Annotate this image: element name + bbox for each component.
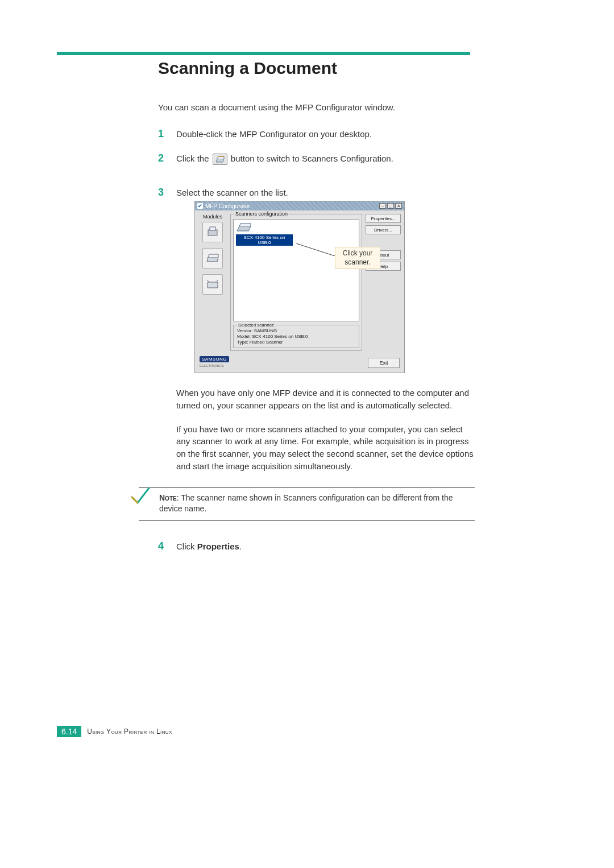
step-number: 1 <box>158 128 164 140</box>
maximize-button[interactable]: □ <box>387 203 394 209</box>
steps-list: 1 Double-click the MFP Configurator on y… <box>158 129 476 473</box>
svg-rect-1 <box>210 227 215 230</box>
modules-label: Modules <box>203 214 222 220</box>
scanner-thumbnail-icon <box>236 222 252 233</box>
step-2: 2 Click the button to switch to Scanners… <box>158 154 476 165</box>
scanner-list[interactable]: SCX-4100 Series on USB:0 Click your scan… <box>233 219 359 321</box>
note-label: Note <box>159 493 177 502</box>
minimize-button[interactable]: – <box>379 203 386 209</box>
scanner-switch-icon <box>213 154 227 165</box>
mfp-body: Modules Scanners c <box>195 210 404 354</box>
svg-line-2 <box>207 280 209 282</box>
step-text-after: . <box>239 542 242 551</box>
step-text: Double-click the MFP Configurator on you… <box>176 129 372 139</box>
step-4: 4 Click Properties. <box>158 542 476 551</box>
top-rule <box>57 52 470 55</box>
modules-column: Modules <box>198 214 227 351</box>
step-number: 4 <box>158 540 164 552</box>
footer-text: Using Your Printer in Linux <box>87 728 172 735</box>
titlebar-controls: – □ ✕ <box>379 203 402 209</box>
mfp-window: ✔ MFP Configurator – □ ✕ Modules <box>194 201 405 373</box>
scanner-item[interactable]: SCX-4100 Series on USB:0 <box>236 222 356 246</box>
callout-connector <box>296 243 335 256</box>
note-text: : The scanner name shown in Scanners con… <box>159 493 453 514</box>
scanners-panel-label: Scanners configuration <box>234 211 289 217</box>
app-icon: ✔ <box>197 203 203 209</box>
module-scanners-icon[interactable] <box>202 248 223 268</box>
properties-button[interactable]: Properties... <box>366 214 401 223</box>
mfp-footer: SAMSUNG ELECTRONICS Exit <box>195 354 404 373</box>
page-heading: Scanning a Document <box>158 59 337 78</box>
step-text-before: Click the <box>176 154 211 163</box>
content-area: You can scan a document using the MFP Co… <box>158 102 476 566</box>
step-text-after: button to switch to Scanners Configurati… <box>231 154 393 163</box>
step-number: 2 <box>158 152 164 164</box>
brand-badge: SAMSUNG <box>200 356 229 362</box>
selected-scanner-title: Selected scanner: <box>237 323 276 328</box>
step-3: 3 Select the scanner on the list. ✔ MFP … <box>158 188 476 473</box>
selected-scanner-panel: Selected scanner: Vendor: SAMSUNG Model:… <box>233 325 359 348</box>
paragraph-multi-device: If you have two or more scanners attache… <box>176 423 476 473</box>
module-printers-icon[interactable] <box>202 222 223 242</box>
callout-box: Click your scanner. <box>335 247 380 269</box>
steps-list-cont: 4 Click Properties. <box>158 542 476 551</box>
callout-line1: Click your <box>343 249 373 257</box>
step-text-before: Click <box>176 542 197 551</box>
brand-sub: ELECTRONICS <box>200 364 224 367</box>
step-text: Select the scanner on the list. <box>176 188 288 197</box>
module-ports-icon[interactable] <box>202 274 223 295</box>
close-button[interactable]: ✕ <box>395 203 402 209</box>
note-block: Note: The scanner name shown in Scanners… <box>139 487 475 521</box>
titlebar-left: ✔ MFP Configurator <box>197 203 250 209</box>
selected-model: Model: SCX-4100 Series on USB:0 <box>237 334 355 339</box>
titlebar: ✔ MFP Configurator – □ ✕ <box>195 201 404 210</box>
scanners-panel: Scanners configuration SCX-4100 Series o… <box>230 214 362 351</box>
selected-type: Type: Flatbed Scanner <box>237 340 355 345</box>
exit-button[interactable]: Exit <box>368 358 400 368</box>
mfp-screenshot: ✔ MFP Configurator – □ ✕ Modules <box>194 201 476 373</box>
checkmark-icon <box>128 485 152 512</box>
drivers-button[interactable]: Drivers... <box>366 225 401 234</box>
page-footer: 6.14 Using Your Printer in Linux <box>57 726 172 737</box>
paragraph-one-device: When you have only one MFP device and it… <box>176 387 476 412</box>
step-bold: Properties <box>197 542 239 551</box>
action-buttons-column: Properties... Drivers... About Help <box>366 214 401 351</box>
scanner-item-label: SCX-4100 Series on USB:0 <box>236 234 293 246</box>
step-number: 3 <box>158 187 164 199</box>
brand-area: SAMSUNG ELECTRONICS <box>200 356 229 368</box>
selected-vendor: Vendor: SAMSUNG <box>237 328 355 333</box>
svg-line-3 <box>216 280 218 282</box>
svg-line-4 <box>296 243 335 256</box>
window-title: MFP Configurator <box>205 203 250 209</box>
callout-line2: scanner. <box>345 258 370 266</box>
step-1: 1 Double-click the MFP Configurator on y… <box>158 129 476 139</box>
intro-text: You can scan a document using the MFP Co… <box>158 102 476 112</box>
page-number: 6.14 <box>57 726 81 737</box>
